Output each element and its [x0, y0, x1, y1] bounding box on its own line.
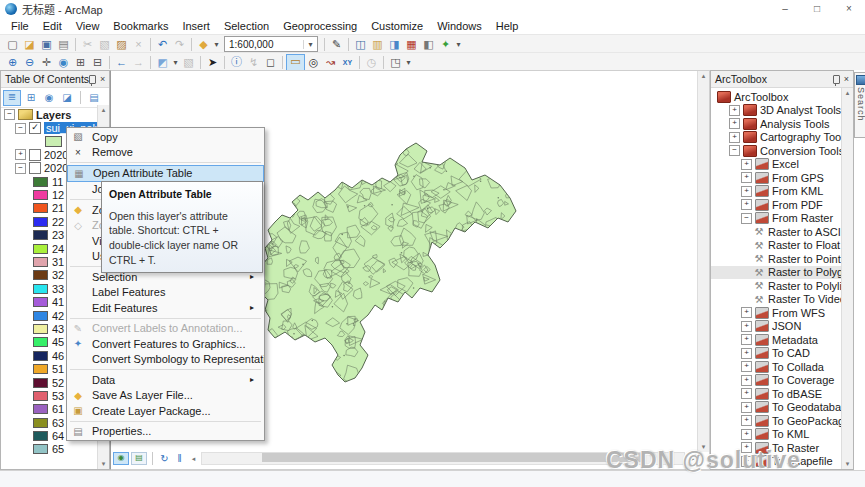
toolbox-item-to-collada[interactable]: +To Collada: [711, 360, 853, 374]
toolbox-item-raster-to-point[interactable]: ⚒Raster to Point: [711, 252, 853, 266]
context-menu-label-features[interactable]: Label Features: [67, 285, 264, 301]
map-scale-combo[interactable]: 1:600,000▾: [224, 36, 318, 52]
toolbox-item-raster-to-polyline[interactable]: ⚒Raster to Polyline: [711, 279, 853, 293]
expander-icon[interactable]: +: [729, 105, 740, 116]
pan-icon[interactable]: ✛: [38, 55, 55, 70]
toolbox-item-from-wfs[interactable]: +From WFS: [711, 306, 853, 320]
context-menu-copy[interactable]: ▧Copy: [67, 129, 264, 145]
expander-icon[interactable]: +: [741, 361, 752, 372]
list-by-source-icon[interactable]: ⊞: [23, 91, 39, 105]
zoom-in-icon[interactable]: ⊕: [4, 55, 21, 70]
scroll-up-icon[interactable]: ▴: [102, 105, 106, 115]
menu-geoprocessing[interactable]: Geoprocessing: [276, 20, 364, 32]
go-to-xy-icon[interactable]: XY: [339, 55, 356, 70]
toc-options-icon[interactable]: ▤: [86, 91, 102, 105]
toolbox-item-to-dbase[interactable]: +To dBASE: [711, 387, 853, 401]
expander-icon[interactable]: +: [741, 159, 752, 170]
identify-icon[interactable]: ⓘ: [228, 55, 245, 70]
toolbox-item-raster-to-video[interactable]: ⚒Raster To Video: [711, 293, 853, 307]
toolbox-item-raster-to-ascii[interactable]: ⚒Raster to ASCII: [711, 225, 853, 239]
paste-icon[interactable]: ▨: [113, 37, 130, 52]
select-elements-icon[interactable]: ➤: [204, 55, 221, 70]
list-by-visibility-icon[interactable]: ◉: [41, 91, 57, 105]
select-features-dropdown-icon[interactable]: ▾: [171, 55, 180, 70]
close-icon[interactable]: ×: [100, 74, 105, 84]
editor-toolbar-icon[interactable]: ✎: [328, 37, 345, 52]
python-window-icon[interactable]: ◧: [420, 37, 437, 52]
expander-icon[interactable]: −: [15, 123, 26, 134]
find-route-icon[interactable]: ↝: [322, 55, 339, 70]
toolbox-item-conversion-tools[interactable]: −Conversion Tools: [711, 144, 853, 158]
search-side-tab[interactable]: Search: [854, 72, 865, 138]
legend-item[interactable]: 99: [1, 456, 109, 458]
toolbox-item-metadata[interactable]: +Metadata: [711, 333, 853, 347]
expander-icon[interactable]: +: [741, 388, 752, 399]
context-menu-remove[interactable]: ×Remove: [67, 145, 264, 161]
toolbox-item-to-geopackage[interactable]: +To GeoPackage: [711, 414, 853, 428]
zoom-out-icon[interactable]: ⊖: [21, 55, 38, 70]
scroll-up-icon[interactable]: ▴: [846, 88, 850, 98]
expander-icon[interactable]: −: [741, 213, 752, 224]
context-menu-convert-features-to-graphics[interactable]: ✦Convert Features to Graphics...: [67, 336, 264, 352]
select-features-icon[interactable]: ◩: [154, 55, 171, 70]
expander-icon[interactable]: +: [741, 172, 752, 183]
context-menu-properties[interactable]: ▤Properties...: [67, 424, 264, 440]
toolbox-item-raster-to-polygon[interactable]: ⚒Raster to Polygon: [711, 266, 853, 280]
open-folder-icon[interactable]: ◪: [21, 37, 38, 52]
toolbox-item-excel[interactable]: +Excel: [711, 158, 853, 172]
map-scale-value[interactable]: 1:600,000: [225, 39, 303, 50]
menu-bookmarks[interactable]: Bookmarks: [106, 20, 175, 32]
context-menu-data[interactable]: Data▸: [67, 372, 264, 388]
scroll-down-icon[interactable]: ▾: [102, 459, 106, 469]
menu-customize[interactable]: Customize: [364, 20, 430, 32]
menu-edit[interactable]: Edit: [36, 20, 69, 32]
context-menu-edit-features[interactable]: Edit Features▸: [67, 300, 264, 316]
context-menu-open-attribute-table[interactable]: ▦Open Attribute Table: [67, 165, 264, 182]
menu-selection[interactable]: Selection: [217, 20, 276, 32]
scroll-down-icon[interactable]: ▾: [846, 459, 850, 469]
pause-drawing-icon[interactable]: ‖: [173, 453, 186, 464]
layer-checkbox[interactable]: ✓: [29, 122, 41, 134]
layout-view-button[interactable]: ▤: [131, 452, 147, 465]
expander-icon[interactable]: −: [4, 109, 15, 120]
expander-icon[interactable]: +: [741, 375, 752, 386]
toolbox-item-arctoolbox[interactable]: ArcToolbox: [711, 90, 853, 104]
layer-checkbox[interactable]: [29, 162, 41, 174]
close-icon[interactable]: ×: [844, 74, 849, 84]
undo-icon[interactable]: ↶: [154, 37, 171, 52]
toolbox-item-from-kml[interactable]: +From KML: [711, 185, 853, 199]
new-document-icon[interactable]: ▢: [4, 37, 21, 52]
refresh-icon[interactable]: ↻: [158, 453, 171, 464]
context-menu-create-layer-package[interactable]: ▣Create Layer Package...: [67, 403, 264, 419]
expander-icon[interactable]: +: [741, 307, 752, 318]
save-icon[interactable]: ▣: [38, 37, 55, 52]
expander-icon[interactable]: +: [15, 149, 26, 160]
chevron-down-icon[interactable]: ▾: [303, 40, 317, 49]
expander-icon[interactable]: +: [741, 429, 752, 440]
full-extent-icon[interactable]: ◉: [55, 55, 72, 70]
expander-icon[interactable]: +: [741, 402, 752, 413]
close-button-icon[interactable]: ×: [833, 0, 865, 18]
toolbar-overflow-icon[interactable]: ▾: [404, 55, 413, 70]
arctoolbox-window-icon[interactable]: ▦: [403, 37, 420, 52]
map-vertical-scrollbar[interactable]: ▴ ▾: [697, 71, 709, 452]
toolbox-item-to-cad[interactable]: +To CAD: [711, 347, 853, 361]
toolbox-item-cartography-tools[interactable]: +Cartography Tools: [711, 131, 853, 145]
toolbox-item-analysis-tools[interactable]: +Analysis Tools: [711, 117, 853, 131]
menu-insert[interactable]: Insert: [175, 20, 217, 32]
toolbox-item-3d-analyst-tools[interactable]: +3D Analyst Tools: [711, 104, 853, 118]
expander-icon[interactable]: −: [15, 163, 26, 174]
context-menu-convert-symbology-to-representation[interactable]: Convert Symbology to Representation...: [67, 352, 264, 368]
legend-item[interactable]: 65: [1, 443, 109, 456]
pin-icon[interactable]: [833, 75, 840, 84]
toolbox-item-json[interactable]: +JSON: [711, 320, 853, 334]
fixed-zoom-in-icon[interactable]: ⊞: [72, 55, 89, 70]
expander-icon[interactable]: +: [741, 199, 752, 210]
layer-symbol-swatch[interactable]: [45, 136, 62, 147]
fixed-zoom-out-icon[interactable]: ⊟: [89, 55, 106, 70]
expander-icon[interactable]: +: [741, 348, 752, 359]
list-by-drawing-order-icon[interactable]: ≣: [3, 90, 21, 106]
viewer-window-icon[interactable]: ◳: [387, 55, 404, 70]
modelbuilder-window-icon[interactable]: ✦: [437, 37, 454, 52]
add-data-dropdown-icon[interactable]: ▾: [212, 37, 221, 52]
